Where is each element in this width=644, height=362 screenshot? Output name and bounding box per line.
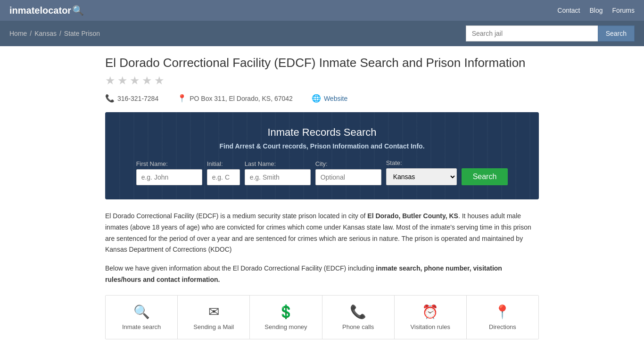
initial-label: Initial:: [207, 160, 240, 167]
search-jail-button[interactable]: Search: [598, 25, 635, 41]
star-1: ★: [105, 74, 116, 87]
website-link[interactable]: Website: [324, 95, 347, 102]
visitation-rules-label: Visitation rules: [411, 323, 450, 330]
mail-icon: ✉: [208, 304, 219, 320]
address-text: PO Box 311, El Dorado, KS, 67042: [190, 95, 293, 102]
first-name-input[interactable]: [136, 169, 202, 185]
city-input[interactable]: [315, 169, 381, 185]
search-jail-form: Search: [466, 25, 635, 41]
directions-icon-item[interactable]: 📍 Directions: [467, 296, 538, 339]
star-rating: ★ ★ ★ ★ ★: [105, 74, 539, 87]
sending-money-icon-item[interactable]: 💲 Sending money: [250, 296, 322, 339]
main-content: El Dorado Correctional Facility (EDCF) I…: [96, 46, 548, 349]
website-item: 🌐 Website: [312, 94, 347, 103]
inmate-search-form: First Name: Initial: Last Name: City: St…: [124, 159, 520, 185]
banner-title: Inmate Records Search: [124, 126, 520, 139]
city-group: City:: [315, 160, 381, 185]
nav-contact[interactable]: Contact: [557, 7, 580, 14]
city-label: City:: [315, 160, 381, 167]
search-icon: 🔍: [133, 304, 150, 320]
last-name-group: Last Name:: [245, 160, 311, 185]
location-pin-icon: 📍: [177, 94, 187, 103]
sending-money-label: Sending money: [264, 323, 307, 330]
breadcrumb-state[interactable]: Kansas: [34, 30, 57, 37]
money-icon: 💲: [278, 304, 294, 320]
inmate-search-icon-item[interactable]: 🔍 Inmate search: [106, 296, 178, 339]
nav-forums[interactable]: Forums: [612, 7, 635, 14]
logo-text: inmatelocator: [9, 5, 71, 16]
info-bold: inmate search, phone number, visitation …: [105, 264, 502, 283]
first-name-label: First Name:: [136, 160, 202, 167]
address-item: 📍 PO Box 311, El Dorado, KS, 67042: [177, 94, 293, 103]
description-paragraph1: El Dorado Correctional Facility (EDCF) i…: [105, 211, 539, 255]
last-name-input[interactable]: [245, 169, 311, 185]
first-name-group: First Name:: [136, 160, 202, 185]
clock-icon: ⏰: [422, 304, 438, 320]
initial-input[interactable]: [207, 169, 240, 185]
bottom-icons: 🔍 Inmate search ✉ Sending a Mail 💲 Sendi…: [105, 295, 539, 339]
breadcrumb-current: State Prison: [64, 30, 100, 37]
top-navigation: Contact Blog Forums: [557, 7, 635, 14]
phone-calls-label: Phone calls: [342, 323, 374, 330]
directions-label: Directions: [489, 323, 516, 330]
state-label: State:: [386, 159, 457, 166]
star-4: ★: [142, 74, 152, 87]
site-logo[interactable]: inmatelocator🔍: [9, 5, 84, 16]
sending-mail-icon-item[interactable]: ✉ Sending a Mail: [178, 296, 250, 339]
phone-calls-icon: 📞: [350, 304, 366, 320]
phone-calls-icon-item[interactable]: 📞 Phone calls: [322, 296, 395, 339]
breadcrumb: Home / Kansas / State Prison: [9, 30, 100, 37]
page-title: El Dorado Correctional Facility (EDCF) I…: [105, 56, 539, 70]
star-5: ★: [154, 74, 165, 87]
directions-icon: 📍: [494, 304, 511, 320]
sending-mail-label: Sending a Mail: [193, 323, 234, 330]
initial-group: Initial:: [207, 160, 240, 185]
top-bar: inmatelocator🔍 Contact Blog Forums: [0, 0, 644, 21]
breadcrumb-sep2: /: [59, 30, 61, 37]
phone-item: 📞 316-321-7284: [105, 94, 158, 103]
star-2: ★: [117, 74, 128, 87]
globe-icon: 🌐: [312, 94, 321, 103]
description-paragraph2: Below we have given information about th…: [105, 263, 539, 286]
logo-icon: 🔍: [72, 5, 84, 16]
phone-icon: 📞: [105, 94, 115, 103]
banner-subtitle: Find Arrest & Court records, Prison Info…: [124, 142, 520, 150]
breadcrumb-sep1: /: [30, 30, 32, 37]
last-name-label: Last Name:: [245, 160, 311, 167]
search-jail-input[interactable]: [466, 25, 598, 41]
state-group: State: AlabamaAlaskaArizonaArkansasCalif…: [386, 159, 457, 185]
star-3: ★: [130, 74, 140, 87]
inmate-search-button[interactable]: Search: [462, 168, 508, 185]
nav-blog[interactable]: Blog: [590, 7, 603, 14]
phone-number: 316-321-7284: [117, 95, 158, 102]
inmate-search-label: Inmate search: [122, 323, 161, 330]
inmate-banner: Inmate Records Search Find Arrest & Cour…: [105, 112, 539, 199]
contact-info: 📞 316-321-7284 📍 PO Box 311, El Dorado, …: [105, 94, 539, 103]
location-bold: El Dorado, Butler County, KS: [367, 212, 458, 220]
breadcrumb-bar: Home / Kansas / State Prison Search: [0, 21, 644, 46]
visitation-rules-icon-item[interactable]: ⏰ Visitation rules: [395, 296, 467, 339]
state-select[interactable]: AlabamaAlaskaArizonaArkansasCaliforniaCo…: [386, 168, 457, 185]
breadcrumb-home[interactable]: Home: [9, 30, 27, 37]
